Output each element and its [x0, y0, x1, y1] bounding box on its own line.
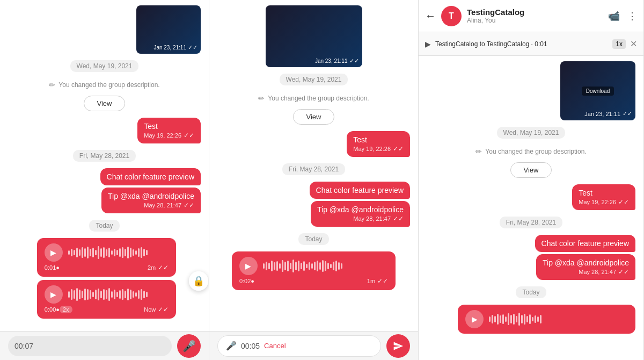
date-divider-1b: Fri, May 28, 2021 — [73, 150, 136, 162]
date-divider-today-3: Today — [516, 286, 546, 298]
pencil-icon: ✏ — [49, 81, 55, 89]
waveform-3 — [489, 312, 628, 327]
msg-test-1: Test May 19, 22:26 ✓✓ — [137, 118, 201, 143]
view-button-3[interactable]: View — [510, 162, 552, 178]
msg-meta-3: May 19, 22:26 ✓✓ — [579, 198, 629, 206]
back-button[interactable]: ← — [425, 10, 436, 22]
send-button-2[interactable] — [386, 334, 410, 358]
msg-chat-color-3: Chat color feature preview — [535, 235, 635, 252]
check-icon-2m: ✓✓ — [393, 145, 404, 153]
check-icon-tip-1: ✓✓ — [184, 201, 194, 209]
voice-msg-1a: ▶ 0:01 ● 2m ✓✓ — [37, 238, 176, 277]
chat-area-1: Jan 23, 21:11 ✓✓ Wed, May 19, 2021 ✏ You… — [0, 0, 209, 331]
media-time-3: Jan 23, 21:11 ✓✓ — [584, 110, 632, 117]
msg-tip-2: Tip @xda @androidpolice May 28, 21:47 ✓✓ — [311, 201, 410, 227]
waveform-1a — [68, 245, 169, 260]
msg-test-3: Test May 19, 22:26 ✓✓ — [572, 184, 635, 210]
msg-meta-tip-2: May 28, 21:47 ✓✓ — [317, 215, 404, 222]
mic-icon-2: 🎤 — [226, 341, 237, 351]
msg-test-2: Test May 19, 22:26 ✓✓ — [347, 131, 410, 157]
check-icon: ✓✓ — [188, 44, 197, 51]
bottom-bar-1: 00:07 🎤 — [0, 331, 209, 360]
view-button-2[interactable]: View — [293, 109, 335, 125]
strip-speed-button[interactable]: 1x — [612, 39, 626, 49]
media-time-2: Jan 23, 21:11 ✓✓ — [315, 57, 359, 64]
check-icon-3m: ✓✓ — [623, 110, 632, 117]
media-thumb-1: Jan 23, 21:11 ✓✓ — [136, 5, 201, 54]
check-icon-2: ✓✓ — [349, 57, 359, 64]
check-icon-3: ✓✓ — [618, 198, 629, 206]
msg-meta-tip-1: May 28, 21:47 ✓✓ — [108, 201, 194, 209]
msg-chat-color-2: Chat color feature preview — [310, 182, 410, 199]
play-button-1b[interactable]: ▶ — [45, 285, 63, 304]
pencil-icon-2: ✏ — [258, 94, 265, 103]
check-icon-voice-1: ✓✓ — [158, 264, 169, 271]
panel-2: Jan 23, 21:11 ✓✓ Wed, May 19, 2021 ✏ You… — [209, 0, 419, 360]
msg-chat-color-1: Chat color feature preview — [100, 168, 201, 185]
bottom-bar-2: 🎤 00:05 Cancel — [209, 331, 418, 360]
header-title: TestingCatalog — [467, 8, 603, 17]
check-icon-voice-2: ✓✓ — [158, 306, 169, 313]
voice-msg-3: ▶ — [458, 305, 635, 334]
mic-button-1[interactable]: 🎤 — [177, 334, 201, 358]
video-icon[interactable]: 📹 — [608, 10, 620, 22]
voice-msg-1b: ▶ 0:00 ● 2x Now ✓✓ — [37, 280, 176, 319]
voice-msg-2: ▶ 0:02 ● 1m ✓✓ — [232, 251, 396, 290]
date-divider-today-1: Today — [89, 220, 119, 232]
check-icon-tip-3: ✓✓ — [618, 268, 629, 276]
date-divider-2a: Wed, May 19, 2021 — [280, 74, 348, 85]
date-divider-today-2: Today — [298, 233, 328, 245]
date-divider-1a: Wed, May 19, 2021 — [70, 60, 139, 72]
panel-3-header: ← T TestingCatalog Alina, You 📹 ⋮ — [419, 0, 643, 32]
voice-container-1: ▶ 0:01 ● 2m ✓✓ 🔒 ▶ — [37, 238, 201, 319]
recording-timer: 00:05 — [241, 342, 260, 350]
date-divider-3a: Wed, May 19, 2021 — [497, 127, 566, 139]
system-msg-3: ✏ You changed the group description. — [427, 147, 635, 156]
strip-close-button[interactable]: ✕ — [630, 39, 637, 49]
panel-3: ← T TestingCatalog Alina, You 📹 ⋮ ▶ Test… — [419, 0, 644, 360]
view-button-1[interactable]: View — [84, 96, 126, 111]
media-thumb-3: Download Jan 23, 21:11 ✓✓ — [560, 61, 635, 120]
header-subtitle: Alina, You — [467, 17, 603, 24]
msg-meta-2: May 19, 22:26 ✓✓ — [353, 145, 404, 153]
play-button-1a[interactable]: ▶ — [45, 243, 63, 262]
msg-tip-1: Tip @xda @androidpolice May 28, 21:47 ✓✓ — [101, 188, 201, 213]
header-info: TestingCatalog Alina, You — [467, 8, 603, 24]
play-strip-button[interactable]: ▶ — [425, 40, 431, 48]
lock-icon: 🔒 — [189, 271, 208, 291]
chat-area-2: Jan 23, 21:11 ✓✓ Wed, May 19, 2021 ✏ You… — [209, 0, 418, 331]
check-icon-tip-2: ✓✓ — [393, 215, 404, 222]
check-icon-1: ✓✓ — [184, 132, 194, 139]
play-button-2[interactable]: ▶ — [239, 257, 258, 275]
system-msg-2: ✏ You changed the group description. — [217, 94, 410, 103]
speed-badge-1[interactable]: 2x — [60, 306, 72, 313]
waveform-1b — [68, 287, 169, 302]
audio-strip: ▶ TestingCatalog to TestingCatalog · 0:0… — [419, 32, 643, 56]
waveform-2 — [263, 258, 388, 273]
system-msg-1: ✏ You changed the group description. — [8, 81, 201, 89]
media-time-1: Jan 23, 21:11 ✓✓ — [153, 44, 197, 51]
panel-1: Jan 23, 21:11 ✓✓ Wed, May 19, 2021 ✏ You… — [0, 0, 209, 360]
recording-area: 🎤 00:05 Cancel — [217, 335, 381, 357]
play-button-3[interactable]: ▶ — [465, 310, 484, 328]
avatar-3: T — [441, 6, 462, 26]
chat-area-3: Download Jan 23, 21:11 ✓✓ Wed, May 19, 2… — [419, 56, 643, 360]
media-thumb-2: Jan 23, 21:11 ✓✓ — [266, 5, 362, 67]
date-divider-3b: Fri, May 28, 2021 — [500, 217, 562, 228]
header-actions: 📹 ⋮ — [608, 10, 637, 22]
more-icon[interactable]: ⋮ — [627, 10, 637, 22]
msg-tip-3: Tip @xda @androidpolice May 28, 21:47 ✓✓ — [536, 254, 635, 280]
strip-title: TestingCatalog to TestingCatalog · 0:01 — [435, 40, 608, 48]
cancel-button[interactable]: Cancel — [264, 342, 286, 350]
date-divider-2b: Fri, May 28, 2021 — [282, 163, 345, 175]
check-icon-voice-2a: ✓✓ — [377, 277, 388, 285]
pencil-icon-3: ✏ — [475, 147, 482, 156]
msg-meta-tip-3: May 28, 21:47 ✓✓ — [543, 268, 629, 276]
record-bg-1: 00:07 — [8, 336, 172, 356]
download-label: Download — [582, 87, 614, 96]
msg-meta-1: May 19, 22:26 ✓✓ — [144, 132, 194, 139]
